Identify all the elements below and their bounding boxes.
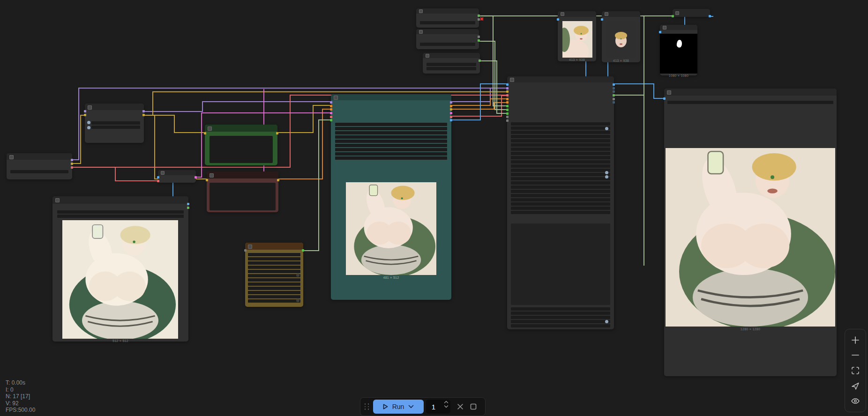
node-t2[interactable]: [416, 29, 479, 49]
input-port[interactable]: [84, 114, 86, 116]
widget-row[interactable]: [335, 148, 447, 151]
input-port[interactable]: [506, 116, 509, 118]
output-port[interactable]: [276, 132, 278, 134]
input-port[interactable]: [659, 31, 661, 33]
node-title-bar[interactable]: [52, 196, 188, 204]
widget-row[interactable]: [511, 160, 610, 163]
node-c[interactable]: [158, 170, 196, 183]
output-port[interactable]: [613, 90, 615, 93]
collapse-icon[interactable]: [675, 11, 679, 15]
widget-row[interactable]: [248, 253, 300, 256]
output-port[interactable]: [142, 114, 145, 116]
node-mask-preview[interactable]: 1080 × 1080: [660, 25, 697, 75]
widget-toggle[interactable]: [605, 320, 608, 323]
fit-view-button[interactable]: [851, 366, 860, 375]
widget-row[interactable]: [511, 181, 610, 185]
node-t1[interactable]: ✖: [416, 8, 479, 28]
drag-handle-icon[interactable]: [363, 403, 371, 410]
input-port[interactable]: [557, 18, 559, 21]
collapse-icon[interactable]: [88, 105, 92, 110]
input-port[interactable]: [506, 87, 509, 89]
output-ports[interactable]: [195, 176, 197, 178]
widget-row[interactable]: [248, 282, 300, 286]
widget-row[interactable]: [420, 21, 475, 24]
widget-row[interactable]: [91, 121, 140, 125]
output-ports[interactable]: [142, 110, 145, 116]
input-ports[interactable]: [204, 132, 206, 134]
image-preview[interactable]: [562, 21, 592, 58]
widget-row[interactable]: [511, 202, 610, 206]
input-port[interactable]: [204, 132, 206, 134]
count-stepper[interactable]: [444, 401, 449, 408]
widget-row[interactable]: [511, 122, 610, 126]
widget-row[interactable]: [511, 211, 610, 214]
collapse-icon[interactable]: [605, 12, 608, 16]
toggle-visibility-button[interactable]: [851, 396, 860, 406]
widget-row[interactable]: [420, 43, 475, 46]
node-canvas[interactable]: 512 × 512: [0, 0, 868, 416]
widget-row[interactable]: [511, 186, 610, 189]
output-port[interactable]: [478, 39, 480, 42]
input-ports[interactable]: [506, 83, 509, 122]
node-face-preview-1[interactable]: 413 × 938: [558, 11, 596, 61]
widget-row[interactable]: [335, 140, 447, 143]
collapse-icon[interactable]: [334, 96, 338, 100]
input-port[interactable]: [330, 116, 332, 118]
widget-toggle[interactable]: [605, 127, 608, 130]
collapse-icon[interactable]: [663, 26, 666, 30]
node-title-bar[interactable]: [205, 125, 277, 132]
node-title-bar[interactable]: [673, 9, 710, 17]
input-port[interactable]: [672, 15, 674, 17]
output-ports[interactable]: [709, 15, 711, 17]
output-ports[interactable]: [613, 83, 615, 104]
input-port[interactable]: [663, 97, 666, 100]
widget-row[interactable]: [248, 299, 300, 303]
widget-row[interactable]: [91, 126, 140, 129]
input-port[interactable]: [84, 110, 86, 112]
collapse-icon[interactable]: [510, 78, 514, 82]
widget-row[interactable]: [427, 63, 476, 66]
collapse-icon[interactable]: [426, 54, 429, 58]
widget-row[interactable]: [335, 135, 447, 139]
widget-row[interactable]: [511, 312, 610, 315]
input-ports[interactable]: [601, 18, 603, 21]
output-port[interactable]: [613, 101, 615, 104]
widget-row[interactable]: [511, 152, 610, 155]
widget-row[interactable]: [511, 139, 610, 142]
image-preview[interactable]: [666, 148, 835, 327]
output-ports[interactable]: [479, 59, 481, 62]
widget-row[interactable]: [511, 307, 610, 311]
run-button[interactable]: Run: [373, 400, 424, 414]
node-preview-large[interactable]: 1280 × 1280: [664, 89, 837, 376]
input-port[interactable]: [330, 119, 332, 121]
widget-row[interactable]: [511, 131, 610, 134]
widget-row[interactable]: [248, 295, 300, 298]
output-ports[interactable]: [478, 36, 480, 42]
output-port[interactable]: [142, 110, 145, 112]
node-sampler[interactable]: [507, 76, 614, 329]
output-ports[interactable]: [276, 132, 278, 134]
output-port[interactable]: [479, 59, 481, 62]
input-ports[interactable]: [84, 110, 86, 116]
output-ports[interactable]: [302, 249, 304, 252]
widget-toggle[interactable]: [296, 274, 299, 277]
stepper-up-icon[interactable]: [444, 401, 449, 404]
node-title-bar[interactable]: [331, 94, 451, 100]
collapse-icon[interactable]: [55, 198, 60, 202]
image-preview[interactable]: [346, 182, 436, 275]
node-title-bar[interactable]: [660, 25, 697, 30]
node-load-image[interactable]: 512 × 512: [52, 196, 188, 342]
text-panel[interactable]: [511, 223, 610, 305]
node-title-bar[interactable]: [85, 104, 144, 110]
widget-row[interactable]: [511, 194, 610, 197]
output-port[interactable]: [478, 36, 480, 38]
node-title-bar[interactable]: [602, 11, 640, 17]
select-mode-button[interactable]: [851, 381, 860, 391]
widget-row[interactable]: [248, 270, 300, 273]
node-title-bar[interactable]: [7, 153, 72, 160]
widget-toggle[interactable]: [605, 171, 608, 174]
input-ports[interactable]: [244, 249, 247, 252]
widget-row[interactable]: [511, 316, 610, 319]
node-t3[interactable]: [423, 53, 480, 74]
widget-row[interactable]: [511, 135, 610, 138]
